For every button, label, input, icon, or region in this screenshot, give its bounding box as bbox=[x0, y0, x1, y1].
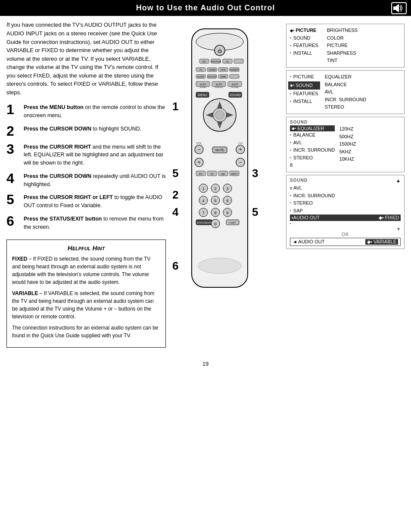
svg-text:MUTE: MUTE bbox=[215, 149, 224, 152]
step-number-2: 2 bbox=[6, 124, 24, 138]
panel4-bullet: • bbox=[290, 221, 401, 227]
step-6: 6 Press the STATUS/EXIT button to remove… bbox=[6, 214, 166, 231]
intro-text: If you have connected the TV's AUDIO OUT… bbox=[6, 20, 166, 96]
left-column: If you have connected the TV's AUDIO OUT… bbox=[6, 20, 166, 348]
svg-text:VCR: VCR bbox=[221, 68, 226, 71]
panel3-1500hz: 1500HZ bbox=[339, 140, 356, 148]
svg-text:HD: HD bbox=[221, 173, 225, 175]
panel-main-menu: ◆• PICTURE • SOUND • FEATURES • INSTALL … bbox=[286, 24, 405, 68]
panel3-120hz: 120HZ bbox=[339, 125, 356, 133]
panel4-stereo: •STEREO bbox=[290, 199, 401, 207]
svg-text:AUTO: AUTO bbox=[215, 83, 222, 86]
svg-text:4: 4 bbox=[202, 199, 204, 203]
svg-text:3: 3 bbox=[226, 187, 228, 191]
panel3-avl: •AVL bbox=[290, 139, 335, 147]
panel3-8: 8 bbox=[290, 162, 335, 169]
panel2-avl: AVL bbox=[325, 88, 367, 96]
panel3-incr: •INCR. SURROUND bbox=[290, 146, 335, 154]
panel3-subtitle: SOUND bbox=[290, 120, 401, 124]
svg-point-92 bbox=[198, 258, 241, 274]
panel3-5khz: 5KHZ bbox=[339, 148, 356, 156]
svg-text:SOUND: SOUND bbox=[230, 93, 240, 96]
panel4-down: ▼ bbox=[290, 227, 401, 231]
audio-out-icon bbox=[391, 2, 407, 14]
svg-text:VOL: VOL bbox=[196, 142, 202, 145]
step-label-4: 4 bbox=[172, 205, 178, 219]
step-5: 5 Press the CURSOR RIGHT or LEFT to togg… bbox=[6, 193, 166, 210]
panel2-sound-hl: ◆•SOUND bbox=[288, 81, 320, 90]
panel1-left: ◆• PICTURE • SOUND • FEATURES • INSTALL bbox=[290, 27, 318, 65]
center-column: 1 5 2 4 3 5 6 ⏻ PIC bbox=[170, 20, 282, 348]
step-4: 4 Press the CURSOR DOWN repeatedly until… bbox=[6, 171, 166, 189]
step-text-4: Press the CURSOR DOWN repeatedly until A… bbox=[24, 171, 166, 189]
svg-text:+: + bbox=[197, 159, 200, 165]
svg-text:−: − bbox=[197, 146, 200, 152]
header-title: How to Use the Audio Out Control bbox=[136, 3, 275, 12]
panel-audio-out: SOUND ▲ 8AVL •INCR. SURROUND •STEREO •SA… bbox=[286, 175, 405, 249]
step-text-5: Press the CURSOR RIGHT or LEFT to toggle… bbox=[24, 193, 166, 210]
step-label-2: 2 bbox=[172, 188, 178, 202]
panel2-left: • PICTURE ◆•SOUND • FEATURES • INSTALL bbox=[290, 73, 318, 111]
svg-rect-0 bbox=[393, 6, 395, 10]
panel1-color: COLOR bbox=[327, 34, 358, 42]
svg-text:9: 9 bbox=[226, 211, 228, 215]
panel1-sharpness: SHARPNESS bbox=[327, 50, 358, 57]
panel2-install: • INSTALL bbox=[290, 98, 318, 106]
panel2-stereo: STEREO bbox=[325, 103, 367, 111]
svg-text:PC: PC bbox=[199, 173, 203, 175]
step-text-3: Press the CURSOR RIGHT and the menu will… bbox=[24, 142, 166, 167]
hint-title: Helpful Hint bbox=[12, 244, 160, 252]
step-label-6: 6 bbox=[172, 259, 178, 273]
svg-rect-24 bbox=[230, 75, 239, 78]
panel4-header: SOUND ▲ bbox=[290, 178, 401, 184]
panel-equalizer: SOUND ◆•EQUALIZER •BALANCE •AVL •INCR. S… bbox=[286, 117, 405, 172]
step-number-5: 5 bbox=[6, 193, 24, 206]
steps-list: 1 Press the MENU button on the remote co… bbox=[6, 103, 166, 231]
panel2-right: EQUALIZER BALANCE AVL INCR. SURROUND STE… bbox=[325, 73, 367, 111]
panel3-stereo: •STEREO bbox=[290, 154, 335, 162]
remote-area: 1 5 2 4 3 5 6 ⏻ PIC bbox=[170, 25, 282, 292]
step-label-1: 1 bbox=[172, 100, 178, 113]
svg-text:DV/VCR: DV/VCR bbox=[208, 75, 216, 78]
panel4-variable-val: ◆• VARIABLE bbox=[365, 239, 398, 245]
remote-svg: ⏻ PIC POSITION CC TV TUNER VCR FORMAT bbox=[179, 25, 261, 292]
page-header: How to Use the Audio Out Control bbox=[0, 0, 411, 16]
svg-text:PIC: PIC bbox=[202, 60, 206, 63]
panel2-incr: INCR. SURROUND bbox=[325, 96, 367, 104]
svg-point-43 bbox=[215, 111, 224, 119]
panel1-tint: TINT bbox=[327, 57, 358, 65]
svg-text:INPUT: INPUT bbox=[231, 173, 238, 175]
step-1: 1 Press the MENU button on the remote co… bbox=[6, 103, 166, 120]
svg-text:⏻: ⏻ bbox=[218, 49, 222, 53]
helpful-hint-box: Helpful Hint FIXED – If FIXED is selecte… bbox=[6, 240, 166, 348]
svg-text:2: 2 bbox=[214, 187, 216, 191]
panel3-balance: •BALANCE bbox=[290, 131, 335, 139]
svg-text:6: 6 bbox=[226, 199, 228, 203]
step-number-1: 1 bbox=[6, 103, 24, 116]
panel1-features-row: • FEATURES bbox=[290, 42, 318, 50]
svg-text:FORMAT: FORMAT bbox=[230, 68, 239, 71]
svg-text:CONTROL: CONTROL bbox=[215, 86, 223, 88]
panel4-incr: •INCR. SURROUND bbox=[290, 192, 401, 200]
panel2-equalizer: EQUALIZER bbox=[325, 73, 367, 81]
step-label-5b: 5 bbox=[252, 205, 258, 219]
step-text-1: Press the MENU button on the remote cont… bbox=[24, 103, 166, 120]
svg-text:STATUS/EXIT: STATUS/EXIT bbox=[197, 221, 212, 224]
svg-rect-9 bbox=[234, 59, 243, 63]
step-label-3: 3 bbox=[252, 167, 258, 180]
step-text-6: Press the STATUS/EXIT button to remove t… bbox=[24, 214, 166, 231]
svg-text:7: 7 bbox=[202, 211, 204, 215]
panel4-fixed-val: ◆• FIXED bbox=[379, 215, 399, 221]
svg-text:0: 0 bbox=[214, 222, 216, 226]
svg-text:SOUND: SOUND bbox=[200, 86, 206, 88]
panel4-sap: •SAP bbox=[290, 207, 401, 215]
step-text-2: Press the CURSOR DOWN to highlight SOUND… bbox=[24, 124, 141, 133]
panel2-picture: • PICTURE bbox=[290, 73, 318, 81]
step-2: 2 Press the CURSOR DOWN to highlight SOU… bbox=[6, 124, 166, 138]
panel4-audio-left: ◄ AUDIO OUT bbox=[293, 239, 324, 245]
panel1-picture: PICTURE bbox=[327, 42, 358, 50]
svg-text:POSITION: POSITION bbox=[211, 60, 221, 63]
svg-marker-1 bbox=[395, 4, 399, 12]
panel1-brightness: BRIGHTNESS bbox=[327, 27, 358, 34]
svg-text:+: + bbox=[239, 146, 242, 152]
